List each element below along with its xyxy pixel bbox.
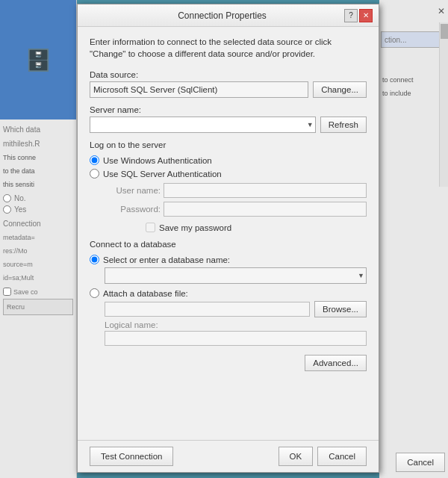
attach-db-radio-item: Attach a database file: — [90, 288, 367, 298]
save-password-label: Save my password — [159, 223, 231, 232]
cancel-button[interactable]: Cancel — [317, 447, 367, 466]
test-connection-button[interactable]: Test Connection — [90, 447, 173, 466]
footer-right-buttons: OK Cancel — [279, 447, 367, 466]
server-name-group: Server name: ▼ Refresh — [90, 105, 367, 133]
sql-auth-item: Use SQL Server Authentication — [90, 169, 367, 179]
windows-auth-radio[interactable] — [90, 155, 99, 165]
logical-name-section: Logical name: — [105, 320, 367, 346]
bg-to-include: to include — [379, 87, 448, 100]
dialog-title: Connection Properties — [100, 10, 344, 21]
bg-yes-radio — [3, 205, 11, 214]
bg-save-label: Save co — [13, 288, 38, 296]
help-button[interactable]: ? — [344, 9, 358, 22]
db-select-combo: ▼ — [105, 267, 367, 284]
bg-no-label: No. — [14, 194, 26, 202]
logon-section: Log on to the server Use Windows Authent… — [90, 140, 367, 232]
advanced-button[interactable]: Advanced... — [305, 355, 367, 371]
bg-ction: ction... — [385, 36, 406, 44]
bg-close-x: ✕ — [438, 6, 445, 16]
server-name-combo-wrapper: ▼ — [90, 117, 316, 133]
dialog-footer: Test Connection OK Cancel — [78, 440, 379, 472]
auth-radio-group: Use Windows Authentication Use SQL Serve… — [90, 155, 367, 179]
attach-file-row: Browse... — [105, 301, 367, 317]
logon-section-title: Log on to the server — [90, 140, 367, 149]
password-field-row: Password: — [105, 202, 367, 217]
bg-to-data: to the data — [0, 164, 76, 178]
bg-recru: Recru — [7, 303, 25, 311]
username-label: User name: — [105, 186, 161, 195]
server-name-label: Server name: — [90, 105, 367, 114]
server-name-row: ▼ Refresh — [90, 117, 367, 133]
browse-button[interactable]: Browse... — [314, 301, 367, 317]
credentials-fields: User name: Password: — [105, 183, 367, 217]
bg-sensiti: this sensiti — [0, 178, 76, 191]
data-source-row: Change... — [90, 81, 367, 98]
username-field-row: User name: — [105, 183, 367, 198]
save-password-row: Save my password — [146, 223, 367, 232]
bg-this-conne: This conne — [0, 151, 76, 164]
description-text: Enter information to connect to the sele… — [90, 36, 367, 60]
windows-auth-item: Use Windows Authentication — [90, 155, 367, 165]
connect-db-title: Connect to a database — [90, 240, 367, 249]
close-button[interactable]: ✕ — [359, 9, 373, 22]
data-source-input — [90, 81, 308, 98]
sql-auth-radio[interactable] — [90, 169, 99, 179]
connect-db-section: Connect to a database Select or enter a … — [90, 240, 367, 346]
logical-name-input[interactable] — [105, 331, 367, 346]
titlebar-buttons: ? ✕ — [344, 9, 373, 22]
server-name-select[interactable] — [90, 117, 316, 133]
dialog-body: Enter information to connect to the sele… — [78, 27, 379, 440]
attach-file-input[interactable] — [105, 302, 310, 317]
advanced-button-row: Advanced... — [90, 355, 367, 371]
data-source-label: Data source: — [90, 70, 367, 79]
vs-background-right: ✕ ction... to connect to include Cancel — [379, 0, 448, 478]
connection-properties-dialog: Connection Properties ? ✕ Enter informat… — [77, 4, 379, 473]
attach-db-label: Attach a database file: — [103, 289, 188, 298]
vs-background-left: 🗄️ Which data mithilesh.R This conne to … — [0, 0, 77, 478]
attach-db-radio[interactable] — [90, 288, 99, 298]
password-input[interactable] — [164, 202, 367, 217]
windows-auth-label: Use Windows Authentication — [103, 156, 212, 165]
select-db-label: Select or enter a database name: — [103, 255, 230, 264]
ok-button[interactable]: OK — [279, 447, 314, 466]
bg-res: res://Mo — [0, 244, 76, 258]
bg-metadata: metadata= — [0, 231, 76, 244]
sql-auth-label: Use SQL Server Authentication — [103, 170, 222, 179]
username-input[interactable] — [164, 183, 367, 198]
bg-no-radio — [3, 194, 11, 202]
logical-name-label: Logical name: — [105, 320, 367, 329]
bg-save-checkbox — [3, 288, 11, 296]
bg-cancel-button[interactable]: Cancel — [396, 453, 445, 472]
save-password-checkbox[interactable] — [146, 223, 155, 232]
refresh-button[interactable]: Refresh — [320, 117, 367, 133]
bg-mithilesh: mithilesh.R — [0, 137, 76, 151]
bg-which-data: Which data — [0, 122, 76, 137]
select-db-radio[interactable] — [90, 255, 99, 264]
bg-yes-label: Yes — [14, 205, 26, 214]
data-source-group: Data source: Change... — [90, 70, 367, 98]
dialog-titlebar: Connection Properties ? ✕ — [78, 4, 379, 27]
bg-source: source=m — [0, 258, 76, 271]
select-db-radio-item: Select or enter a database name: — [90, 255, 367, 264]
password-label: Password: — [105, 205, 161, 214]
bg-to-connect: to connect — [379, 73, 448, 87]
db-name-select[interactable] — [105, 267, 367, 284]
bg-connection: Connection — [0, 217, 76, 231]
bg-id: id=sa;Mult — [0, 271, 76, 285]
change-button[interactable]: Change... — [313, 81, 367, 98]
